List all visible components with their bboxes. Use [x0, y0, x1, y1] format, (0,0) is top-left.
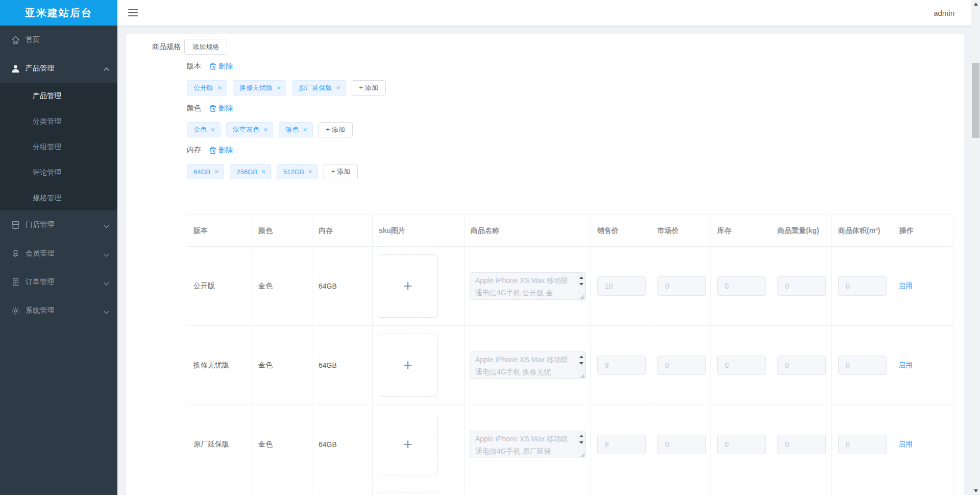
sku-version-cell: 原厂延保版 [187, 405, 252, 484]
resize-grip-icon[interactable] [580, 373, 585, 378]
add-spec-button[interactable]: 添加规格 [184, 39, 227, 55]
weight-input[interactable] [777, 276, 826, 296]
scroll-down-icon[interactable] [579, 362, 583, 365]
sku-image-upload[interactable]: + [378, 334, 438, 397]
tag-close-icon[interactable]: × [263, 126, 267, 133]
table-row: + [187, 484, 953, 495]
spec-tag[interactable]: 深空灰色× [226, 122, 273, 137]
scroll-up-icon[interactable] [579, 356, 583, 358]
spec-tag[interactable]: 512GB× [277, 164, 318, 179]
scroll-down-icon[interactable] [579, 441, 583, 444]
sale-price-input[interactable] [597, 435, 646, 454]
sku-version-cell: 公开版 [187, 247, 252, 326]
delete-spec-link[interactable]: 删除 [218, 62, 233, 71]
chevron-down-icon [104, 223, 109, 228]
column-header: 商品体积(m³) [832, 215, 893, 247]
trash-icon[interactable] [209, 63, 216, 70]
volume-input[interactable] [838, 435, 887, 454]
spec-tag[interactable]: 原厂延保版× [292, 80, 346, 96]
sku-image-upload[interactable]: + [378, 413, 438, 476]
stock-input[interactable] [717, 276, 766, 296]
hamburger-menu-icon[interactable] [128, 9, 138, 16]
tag-close-icon[interactable]: × [277, 84, 281, 91]
market-price-input[interactable] [657, 276, 706, 296]
submenu-item-comment-management[interactable]: 评论管理 [0, 159, 117, 185]
column-header: 市场价 [651, 215, 711, 247]
trash-icon[interactable] [209, 147, 216, 154]
resize-grip-icon[interactable] [580, 452, 585, 457]
scrollbar-thumb[interactable] [972, 63, 979, 138]
submenu-item-product-management[interactable]: 产品管理 [0, 83, 117, 108]
spec-tag[interactable]: 银色× [279, 122, 312, 137]
trash-icon[interactable] [209, 105, 216, 112]
tag-close-icon[interactable]: × [303, 126, 307, 133]
scrollbar-up-arrow-icon[interactable] [974, 3, 978, 6]
browser-scrollbar[interactable] [971, 0, 980, 495]
sidebar-item-product-management[interactable]: 产品管理 [0, 54, 117, 83]
sku-memory-cell: 64GB [312, 247, 373, 326]
sidebar-item-order-management[interactable]: 订单管理 [0, 268, 117, 296]
sku-name-textarea[interactable]: Apple iPhone XS Max 移动联通电信4G手机 公开版 金 [470, 272, 586, 300]
enable-link[interactable]: 启用 [898, 361, 913, 370]
sku-version-cell: 换修无忧版 [187, 326, 252, 405]
column-header: 商品名称 [464, 215, 591, 247]
sku-image-upload[interactable]: + [378, 254, 438, 318]
volume-input[interactable] [838, 276, 887, 296]
add-tag-button[interactable]: + 添加 [324, 164, 358, 179]
scroll-down-icon[interactable] [579, 283, 583, 286]
tag-close-icon[interactable]: × [211, 126, 215, 133]
sku-image-upload[interactable]: + [378, 492, 438, 495]
user-menu[interactable]: admin [934, 9, 954, 17]
sale-price-input[interactable] [597, 356, 646, 375]
tag-close-icon[interactable]: × [308, 168, 312, 175]
tag-close-icon[interactable]: × [214, 168, 218, 175]
stock-input[interactable] [717, 356, 766, 375]
enable-link[interactable]: 启用 [898, 440, 913, 449]
submenu-item-spec-management[interactable]: 规格管理 [0, 185, 117, 210]
sidebar-item-system-management[interactable]: 系统管理 [0, 296, 117, 325]
spec-tag[interactable]: 换修无忧版× [233, 80, 286, 96]
product-submenu: 产品管理 分类管理 分组管理 评论管理 规格管理 [0, 83, 117, 210]
sidebar-item-member-management[interactable]: 会员管理 [0, 239, 117, 268]
tag-close-icon[interactable]: × [217, 84, 222, 91]
volume-input[interactable] [838, 356, 887, 375]
delete-spec-link[interactable]: 删除 [218, 104, 233, 113]
sale-price-input[interactable] [597, 276, 646, 296]
topbar: admin [117, 0, 980, 26]
add-tag-button[interactable]: + 添加 [352, 80, 386, 96]
sidebar-item-store-management[interactable]: 门店管理 [0, 210, 117, 239]
app-window: 亚米建站后台 首页 产品管理 产品管理 分类管理 分组管理 评论管理 规格管理 [0, 0, 980, 495]
stock-input[interactable] [717, 435, 766, 454]
submenu-item-group-management[interactable]: 分组管理 [0, 134, 117, 159]
spec-group-name: 内存 [187, 146, 201, 155]
table-row: 公开版 金色 64GB + Apple iPhone XS Max 移动联通电信… [187, 247, 953, 326]
market-price-input[interactable] [657, 435, 706, 454]
submenu-item-category-management[interactable]: 分类管理 [0, 108, 117, 134]
resize-grip-icon[interactable] [580, 294, 585, 299]
spec-form: 版本 删除 公开版× 换修无忧版× 原厂延保版× + 添加 [187, 62, 964, 495]
shop-icon [11, 221, 20, 229]
add-tag-button[interactable]: + 添加 [318, 122, 353, 137]
market-price-input[interactable] [657, 356, 706, 375]
content-area: 商品规格 添加规格 版本 删除 公开版× [117, 26, 980, 495]
sku-name-textarea[interactable]: Apple iPhone XS Max 移动联通电信4G手机 原厂延保 [470, 431, 586, 458]
spec-tag[interactable]: 公开版× [187, 80, 227, 96]
sidebar-item-home[interactable]: 首页 [0, 26, 117, 54]
plus-icon: + [403, 277, 412, 295]
weight-input[interactable] [777, 435, 826, 454]
spec-tag[interactable]: 64GB× [187, 164, 224, 179]
spec-group-name: 版本 [187, 62, 201, 71]
sidebar: 亚米建站后台 首页 产品管理 产品管理 分类管理 分组管理 评论管理 规格管理 [0, 0, 117, 495]
enable-link[interactable]: 启用 [898, 281, 913, 291]
sku-memory-cell: 64GB [312, 405, 373, 484]
scrollbar-down-arrow-icon[interactable] [974, 489, 978, 492]
scroll-up-icon[interactable] [579, 276, 583, 279]
delete-spec-link[interactable]: 删除 [218, 146, 233, 155]
sku-name-textarea[interactable]: Apple iPhone XS Max 移动联通电信4G手机 换修无忧 [470, 351, 586, 379]
tag-close-icon[interactable]: × [261, 168, 265, 175]
spec-tag[interactable]: 256GB× [230, 164, 271, 179]
tag-close-icon[interactable]: × [336, 84, 340, 91]
scroll-up-icon[interactable] [579, 435, 583, 437]
spec-tag[interactable]: 金色× [187, 122, 220, 137]
weight-input[interactable] [777, 356, 826, 375]
